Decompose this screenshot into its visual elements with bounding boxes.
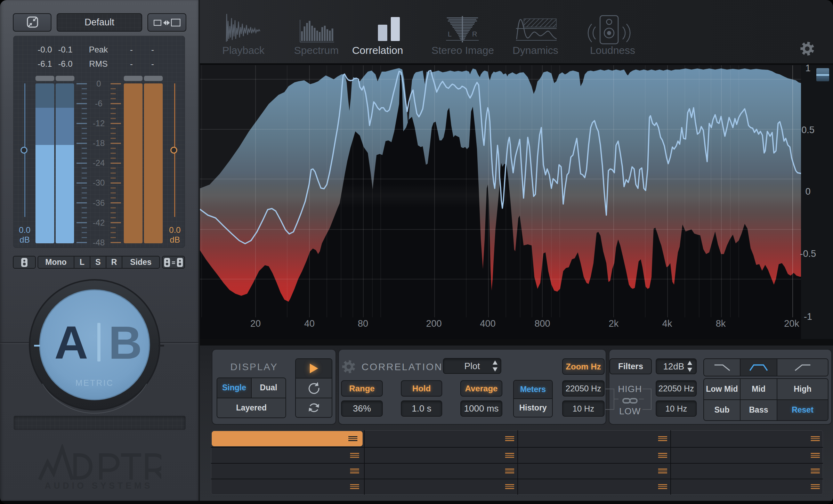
- svg-text:-12: -12: [93, 119, 105, 128]
- svg-text:0: 0: [96, 79, 101, 88]
- svg-text:400: 400: [480, 318, 495, 329]
- svg-text:1: 1: [805, 63, 810, 73]
- svg-text:R: R: [472, 30, 477, 38]
- svg-text:8k: 8k: [716, 318, 726, 329]
- svg-text:L: L: [448, 30, 452, 38]
- svg-text:-18: -18: [93, 138, 105, 148]
- svg-text:-42: -42: [93, 218, 105, 227]
- svg-text:2k: 2k: [609, 318, 619, 329]
- svg-text:40: 40: [304, 318, 315, 329]
- svg-text:-1: -1: [804, 311, 812, 322]
- svg-text:20k: 20k: [784, 318, 799, 329]
- svg-text:-30: -30: [93, 178, 105, 187]
- svg-text:800: 800: [534, 318, 550, 329]
- svg-text:-36: -36: [93, 198, 105, 208]
- svg-text:-6: -6: [95, 99, 102, 108]
- svg-text:-24: -24: [93, 158, 105, 168]
- svg-text:0: 0: [805, 186, 810, 197]
- svg-text:20: 20: [250, 318, 261, 329]
- svg-text:-0.5: -0.5: [800, 249, 816, 259]
- svg-text:-48: -48: [93, 238, 105, 247]
- svg-text:80: 80: [358, 318, 368, 329]
- svg-text:0.5: 0.5: [801, 125, 815, 135]
- svg-text:200: 200: [426, 318, 442, 329]
- svg-text:4k: 4k: [662, 318, 672, 329]
